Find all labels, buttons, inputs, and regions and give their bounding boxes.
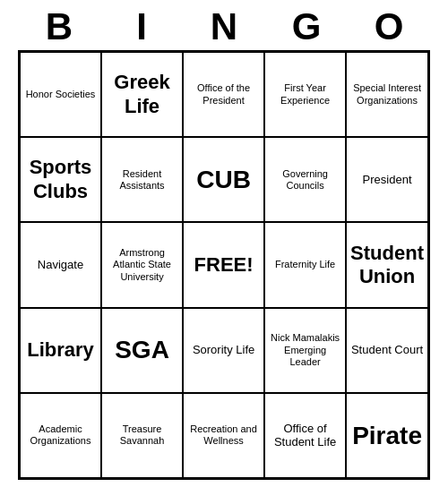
- bingo-cell-20[interactable]: Academic Organizations: [20, 393, 101, 478]
- bingo-cell-1[interactable]: Greek Life: [101, 52, 183, 137]
- bingo-grid: Honor SocietiesGreek LifeOffice of the P…: [18, 50, 430, 480]
- bingo-cell-4[interactable]: Special Interest Organizations: [346, 52, 428, 137]
- letter-b: B: [23, 5, 95, 48]
- bingo-cell-12[interactable]: FREE!: [183, 222, 264, 307]
- bingo-cell-7[interactable]: CUB: [183, 137, 264, 222]
- bingo-cell-24[interactable]: Pirate: [346, 393, 428, 478]
- bingo-header: B I N G O: [18, 0, 430, 50]
- bingo-cell-23[interactable]: Office of Student Life: [264, 393, 346, 478]
- bingo-cell-14[interactable]: Student Union: [346, 222, 428, 307]
- bingo-cell-2[interactable]: Office of the President: [183, 52, 264, 137]
- bingo-cell-9[interactable]: President: [346, 137, 428, 222]
- bingo-cell-5[interactable]: Sports Clubs: [20, 137, 101, 222]
- bingo-cell-15[interactable]: Library: [20, 308, 101, 393]
- letter-g: G: [271, 5, 342, 48]
- bingo-cell-3[interactable]: First Year Experience: [264, 52, 346, 137]
- bingo-cell-16[interactable]: SGA: [101, 308, 183, 393]
- bingo-cell-8[interactable]: Governing Councils: [264, 137, 346, 222]
- bingo-cell-11[interactable]: Armstrong Atlantic State University: [101, 222, 183, 307]
- letter-o: O: [353, 5, 425, 48]
- bingo-cell-19[interactable]: Student Court: [346, 308, 428, 393]
- bingo-cell-13[interactable]: Fraternity Life: [264, 222, 346, 307]
- bingo-cell-22[interactable]: Recreation and Wellness: [183, 393, 264, 478]
- bingo-cell-0[interactable]: Honor Societies: [20, 52, 101, 137]
- letter-i: I: [106, 5, 177, 48]
- bingo-cell-6[interactable]: Resident Assistants: [101, 137, 183, 222]
- bingo-cell-21[interactable]: Treasure Savannah: [101, 393, 183, 478]
- bingo-cell-10[interactable]: Navigate: [20, 222, 101, 307]
- bingo-cell-17[interactable]: Sorority Life: [183, 308, 264, 393]
- bingo-cell-18[interactable]: Nick Mamalakis Emerging Leader: [264, 308, 346, 393]
- letter-n: N: [188, 5, 260, 48]
